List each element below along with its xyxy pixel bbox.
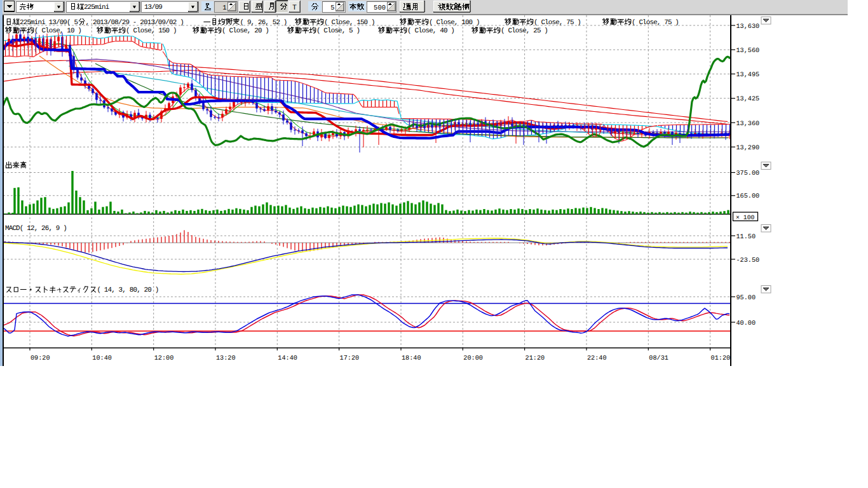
svg-text:13,290: 13,290	[736, 145, 760, 152]
svg-text:( Close, 75 ): ( Close, 75 )	[534, 19, 581, 27]
svg-text:( Close, 150 ): ( Close, 150 )	[126, 27, 177, 35]
svg-text:13,630: 13,630	[736, 24, 760, 30]
svg-text:17:20: 17:20	[340, 355, 360, 362]
svg-text:( Close, 100 ): ( Close, 100 )	[429, 19, 480, 27]
svg-text:01:20: 01:20	[711, 355, 731, 362]
svg-text:09:20: 09:20	[31, 355, 50, 362]
svg-text:( Close, 10 ): ( Close, 10 )	[34, 27, 82, 35]
svg-text:( Close, 20 ): ( Close, 20 )	[222, 27, 269, 35]
svg-text:12:00: 12:00	[154, 355, 174, 362]
svg-text:14:40: 14:40	[278, 355, 297, 362]
svg-text:375.00: 375.00	[736, 170, 760, 177]
svg-text:40.00: 40.00	[736, 320, 756, 327]
svg-text:, 2013/08/29 - 2013/09/02 ): , 2013/08/29 - 2013/09/02 )	[86, 19, 184, 27]
svg-text:20:00: 20:00	[463, 355, 483, 362]
svg-text:T: T	[292, 4, 297, 12]
svg-text:165.00: 165.00	[736, 193, 760, 200]
svg-text:13/09: 13/09	[144, 4, 163, 11]
svg-text:18:40: 18:40	[402, 355, 421, 362]
svg-text:( Close, 75 ): ( Close, 75 )	[632, 19, 679, 27]
svg-text:-23.50: -23.50	[736, 257, 760, 264]
svg-text:( Close, 5 ): ( Close, 5 )	[316, 27, 360, 35]
svg-text:( Close, 150 ): ( Close, 150 )	[324, 19, 376, 27]
svg-text:( 9, 26, 52 ): ( 9, 26, 52 )	[240, 19, 288, 27]
svg-text:1: 1	[222, 4, 226, 12]
svg-text:225mini 13/09( 5: 225mini 13/09( 5	[20, 19, 78, 27]
svg-text:13:20: 13:20	[216, 355, 236, 362]
svg-text:95.00: 95.00	[736, 295, 756, 302]
svg-text:500: 500	[374, 4, 386, 12]
svg-text:5: 5	[330, 4, 334, 12]
svg-text:11.50: 11.50	[736, 234, 756, 241]
svg-text:( Close, 25 ): ( Close, 25 )	[501, 27, 548, 35]
svg-text:× 100: × 100	[736, 214, 755, 221]
svg-text:13,360: 13,360	[736, 121, 760, 128]
svg-text:( 14, 3, 80, 20 ): ( 14, 3, 80, 20 )	[97, 287, 159, 294]
svg-text:225mini: 225mini	[84, 4, 109, 11]
svg-text:10:40: 10:40	[92, 355, 112, 362]
svg-text:( Close, 40 ): ( Close, 40 )	[407, 27, 455, 35]
svg-text:22:40: 22:40	[587, 355, 607, 362]
svg-text:13,495: 13,495	[736, 72, 760, 79]
svg-text:21:20: 21:20	[526, 355, 545, 362]
svg-text:13,425: 13,425	[736, 96, 760, 103]
svg-text:08/31: 08/31	[649, 355, 668, 362]
svg-text:13,560: 13,560	[736, 48, 760, 55]
svg-text:MACD( 12, 26, 9 ): MACD( 12, 26, 9 )	[5, 225, 67, 233]
